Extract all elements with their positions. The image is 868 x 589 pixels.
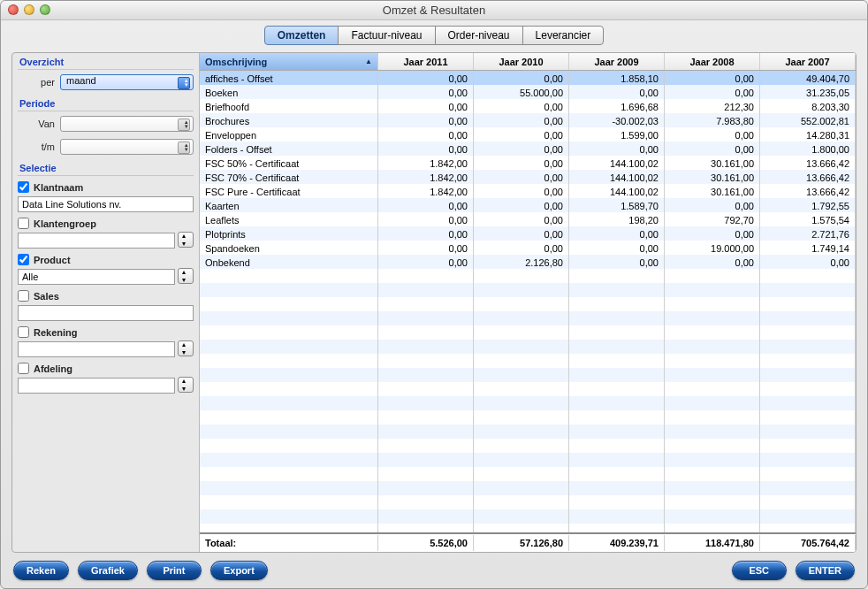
window-controls	[8, 4, 50, 15]
cell-value: 0,00	[378, 255, 474, 269]
table-row[interactable]: Briefhoofd0,000,001.696,68212,308.203,30	[200, 99, 856, 113]
table-row-empty	[200, 467, 856, 481]
total-value: 57.126,80	[474, 535, 569, 551]
chk-sales[interactable]: Sales	[18, 290, 194, 302]
cell-value: 0,00	[378, 241, 474, 255]
klantengroep-field[interactable]	[18, 233, 175, 249]
table-row[interactable]: FSC 50% - Certificaat1.842,000,00144.100…	[200, 156, 856, 170]
cell-value: 0,00	[474, 113, 569, 127]
tab-leverancier[interactable]: Leverancier	[522, 26, 605, 45]
table-row[interactable]: Plotprints0,000,000,000,002.721,76	[200, 226, 856, 241]
print-button[interactable]: Print	[147, 561, 202, 580]
chk-klantengroep-box[interactable]	[18, 218, 29, 229]
chk-klantnaam[interactable]: Klantnaam	[18, 181, 194, 193]
group-selectie: Selectie	[18, 159, 194, 176]
cell-desc: Spandoeken	[200, 241, 378, 255]
cell-desc: Briefhoofd	[200, 99, 378, 113]
table-row[interactable]: Leaflets0,000,00198,20792,701.575,54	[200, 212, 856, 226]
zoom-icon[interactable]	[40, 4, 50, 15]
table-row[interactable]: Enveloppen0,000,001.599,000,0014.280,31	[200, 127, 856, 142]
table-row[interactable]: Brochures0,000,00-30.002,037.983,80552.0…	[200, 113, 856, 127]
sales-field[interactable]	[18, 305, 194, 321]
cell-desc: FSC 50% - Certificaat	[200, 156, 378, 170]
table-row[interactable]: Boeken0,0055.000,000,000,0031.235,05	[200, 85, 856, 99]
sidebar: Overzicht per maand ▴▾ Periode Van ▴▾ t/…	[12, 53, 199, 552]
cell-value: 792,70	[665, 212, 760, 226]
table-row[interactable]: FSC Pure - Certificaat1.842,000,00144.10…	[200, 184, 856, 198]
cell-value: 212,30	[665, 99, 760, 113]
table-body[interactable]: affiches - Offset0,000,001.858,100,0049.…	[200, 71, 856, 532]
product-stepper[interactable]	[178, 268, 194, 284]
chk-sales-label: Sales	[34, 291, 59, 302]
table-row-empty	[200, 368, 856, 382]
klantnaam-field[interactable]	[18, 196, 194, 212]
klantengroep-stepper[interactable]	[178, 232, 194, 248]
cell-desc: Leaflets	[200, 212, 378, 226]
tm-input[interactable]: ▴▾	[60, 139, 194, 155]
table-row-empty	[200, 495, 856, 509]
cell-value: 49.404,70	[760, 71, 856, 85]
reken-button[interactable]: Reken	[13, 561, 69, 580]
cell-value: 144.100,02	[569, 184, 665, 198]
chk-product-box[interactable]	[18, 254, 29, 265]
cell-value: 14.280,31	[760, 127, 856, 142]
col-header[interactable]: Jaar 2009	[569, 53, 665, 70]
chk-rekening[interactable]: Rekening	[18, 326, 194, 338]
cell-value: 0,00	[378, 212, 474, 226]
van-input[interactable]: ▴▾	[60, 116, 194, 132]
cell-desc: Enveloppen	[200, 127, 378, 142]
enter-button[interactable]: ENTER	[796, 561, 855, 580]
table-row[interactable]: Kaarten0,000,001.589,700,001.792,55	[200, 198, 856, 212]
esc-button[interactable]: ESC	[732, 561, 787, 580]
per-select[interactable]: maand ▴▾	[60, 74, 194, 90]
tab-factuur-niveau[interactable]: Factuur-niveau	[338, 26, 435, 45]
col-header[interactable]: Jaar 2010	[474, 53, 569, 70]
tab-order-niveau[interactable]: Order-niveau	[435, 26, 523, 45]
cell-value: 0,00	[378, 85, 474, 99]
cell-value: 0,00	[665, 85, 760, 99]
table-row[interactable]: Spandoeken0,000,000,0019.000,001.749,14	[200, 241, 856, 255]
rekening-field[interactable]	[18, 341, 175, 357]
col-header[interactable]: Jaar 2007	[760, 53, 856, 70]
col-header[interactable]: Omschrijving▲	[200, 53, 378, 70]
chk-klantnaam-box[interactable]	[18, 181, 29, 193]
export-button[interactable]: Export	[210, 561, 268, 580]
chk-rekening-label: Rekening	[34, 327, 78, 338]
van-label: Van	[18, 119, 55, 129]
minimize-icon[interactable]	[24, 4, 34, 15]
table-row-empty	[200, 297, 856, 311]
afdeling-field[interactable]	[18, 378, 175, 394]
chk-rekening-box[interactable]	[18, 326, 29, 338]
cell-desc: Boeken	[200, 85, 378, 99]
chk-afdeling-box[interactable]	[18, 363, 29, 374]
footer: Reken Grafiek Print Export ESC ENTER	[1, 558, 867, 588]
rekening-stepper[interactable]	[178, 340, 194, 356]
table-row[interactable]: affiches - Offset0,000,001.858,100,0049.…	[200, 71, 856, 85]
cell-value: 0,00	[378, 127, 474, 142]
col-header[interactable]: Jaar 2008	[665, 53, 760, 70]
cell-value: 1.858,10	[569, 71, 665, 85]
cell-value: 0,00	[474, 127, 569, 142]
table-row[interactable]: Onbekend0,002.126,800,000,000,00	[200, 255, 856, 269]
col-header[interactable]: Jaar 2011	[378, 53, 474, 70]
cell-value: 13.666,42	[760, 156, 856, 170]
chk-klantengroep[interactable]: Klantengroep	[18, 218, 194, 229]
chk-sales-box[interactable]	[18, 290, 29, 302]
cell-value: 1.842,00	[378, 184, 474, 198]
cell-desc: affiches - Offset	[200, 71, 378, 85]
table-row-empty	[200, 269, 856, 283]
tab-omzetten[interactable]: Omzetten	[264, 26, 339, 45]
chk-afdeling[interactable]: Afdeling	[18, 363, 194, 374]
product-field[interactable]	[18, 269, 175, 285]
table-row[interactable]: FSC 70% - Certificaat1.842,000,00144.100…	[200, 170, 856, 184]
cell-value: 1.749,14	[760, 241, 856, 255]
cell-value: 1.792,55	[760, 198, 856, 212]
chk-product[interactable]: Product	[18, 254, 194, 265]
cell-value: 0,00	[665, 226, 760, 241]
cell-value: 0,00	[474, 156, 569, 170]
grafiek-button[interactable]: Grafiek	[78, 561, 138, 580]
close-icon[interactable]	[8, 4, 19, 15]
table-row[interactable]: Folders - Offset0,000,000,000,001.800,00	[200, 142, 856, 156]
afdeling-stepper[interactable]	[178, 377, 194, 393]
cell-value: 1.842,00	[378, 170, 474, 184]
